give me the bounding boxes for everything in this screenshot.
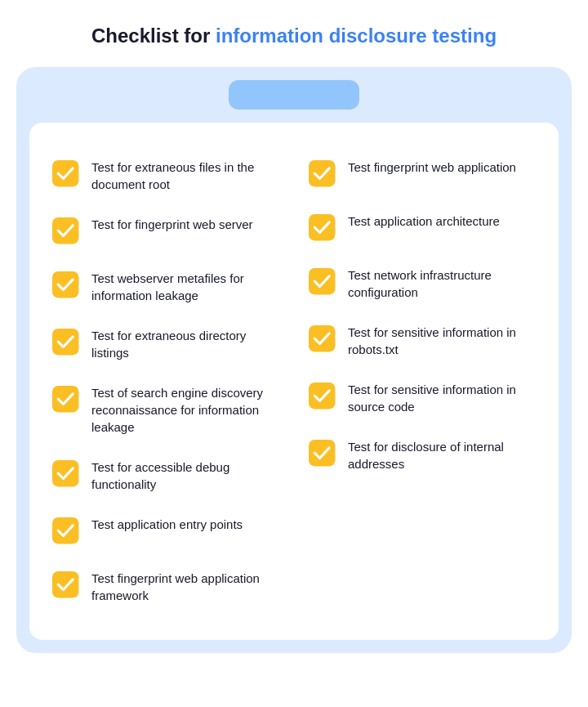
- svg-rect-0: [52, 160, 78, 186]
- check-icon: [309, 160, 338, 190]
- svg-rect-3: [52, 329, 78, 355]
- list-item: Test fingerprint web application framewo…: [46, 558, 286, 615]
- item-text: Test fingerprint web application: [348, 159, 516, 176]
- check-icon: [52, 271, 82, 301]
- item-text: Test for fingerprint web server: [91, 216, 253, 233]
- check-icon: [52, 517, 82, 547]
- item-text: Test of search engine discovery reconnai…: [91, 384, 279, 436]
- check-icon: [52, 460, 82, 490]
- check-icon: [309, 325, 338, 355]
- card-tab: [229, 80, 359, 110]
- svg-rect-12: [309, 383, 335, 409]
- svg-rect-10: [309, 268, 335, 294]
- check-icon: [309, 268, 338, 298]
- item-text: Test application entry points: [91, 516, 243, 533]
- list-item: Test for fingerprint web server: [46, 204, 286, 258]
- svg-rect-4: [52, 386, 78, 412]
- right-column: Test fingerprint web applicationTest app…: [302, 147, 542, 615]
- card-wrapper: Test for extraneous files in the documen…: [16, 67, 572, 653]
- list-item: Test of search engine discovery reconnai…: [46, 373, 286, 447]
- item-text: Test for extraneous files in the documen…: [91, 159, 279, 193]
- list-item: Test for sensitive information in source…: [302, 369, 542, 427]
- list-item: Test application architecture: [302, 201, 542, 255]
- svg-rect-13: [309, 440, 335, 466]
- list-item: Test for sensitive information in robots…: [302, 312, 542, 369]
- page-title: Checklist for information disclosure tes…: [91, 25, 497, 47]
- list-item: Test webserver metafiles for information…: [46, 258, 286, 315]
- list-item: Test for accessible debug functionality: [46, 447, 286, 504]
- checklist-grid: Test for extraneous files in the documen…: [46, 147, 542, 615]
- list-item: Test for extraneous directory listings: [46, 315, 286, 373]
- svg-rect-6: [52, 517, 78, 544]
- card-inner: Test for extraneous files in the documen…: [29, 123, 559, 640]
- svg-rect-1: [52, 217, 78, 244]
- item-text: Test for accessible debug functionality: [91, 459, 279, 493]
- item-text: Test network infrastructure configuratio…: [348, 266, 536, 301]
- title-prefix: Checklist for: [91, 25, 216, 47]
- item-text: Test for sensitive information in robots…: [348, 324, 536, 358]
- svg-rect-7: [52, 571, 78, 597]
- check-icon: [309, 214, 338, 244]
- item-text: Test webserver metafiles for information…: [91, 270, 279, 304]
- svg-rect-11: [309, 325, 335, 351]
- left-column: Test for extraneous files in the documen…: [46, 147, 286, 615]
- check-icon: [309, 383, 338, 412]
- list-item: Test application entry points: [46, 504, 286, 558]
- check-icon: [52, 160, 82, 190]
- svg-rect-9: [309, 214, 335, 240]
- item-text: Test for disclosure of internal addresse…: [348, 438, 536, 472]
- svg-rect-2: [52, 271, 78, 298]
- item-text: Test application architecture: [348, 213, 500, 230]
- item-text: Test for extraneous directory listings: [91, 327, 279, 361]
- title-highlight: information disclosure testing: [216, 25, 497, 47]
- svg-rect-5: [52, 460, 78, 486]
- svg-rect-8: [309, 160, 335, 186]
- list-item: Test fingerprint web application: [302, 147, 542, 201]
- check-icon: [52, 217, 82, 247]
- item-text: Test fingerprint web application framewo…: [91, 570, 279, 604]
- check-icon: [52, 329, 82, 358]
- item-text: Test for sensitive information in source…: [348, 381, 536, 415]
- check-icon: [52, 386, 82, 415]
- list-item: Test for extraneous files in the documen…: [46, 147, 286, 204]
- check-icon: [52, 571, 82, 601]
- list-item: Test network infrastructure configuratio…: [302, 255, 542, 312]
- check-icon: [309, 440, 338, 469]
- list-item: Test for disclosure of internal addresse…: [302, 427, 542, 484]
